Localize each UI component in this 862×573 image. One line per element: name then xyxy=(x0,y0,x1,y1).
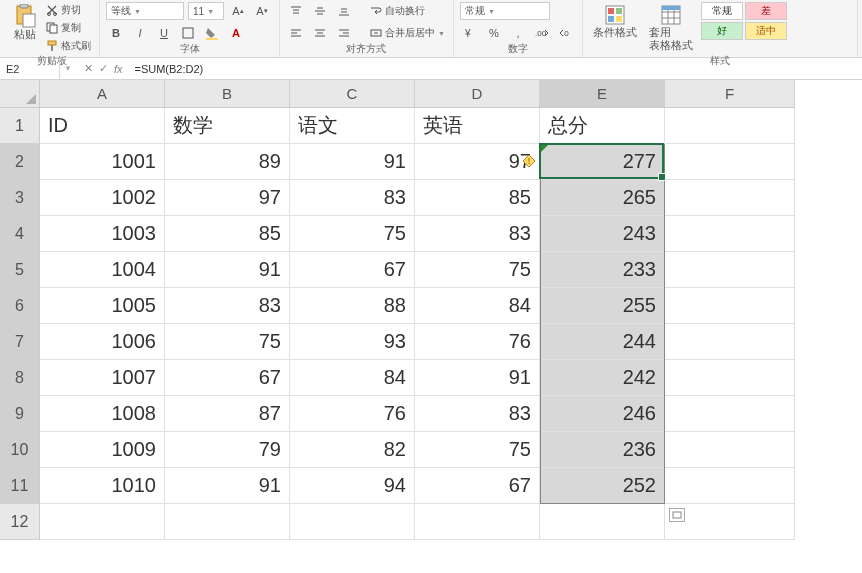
cell-E11[interactable]: 252 xyxy=(540,468,665,504)
cell-C3[interactable]: 83 xyxy=(290,180,415,216)
row-header-6[interactable]: 6 xyxy=(0,288,40,324)
cell-E10[interactable]: 236 xyxy=(540,432,665,468)
paste-button[interactable]: 粘贴 xyxy=(10,2,40,43)
cell-D12[interactable] xyxy=(415,504,540,540)
cell-B3[interactable]: 97 xyxy=(165,180,290,216)
cell-A8[interactable]: 1007 xyxy=(40,360,165,396)
cell-D10[interactable]: 75 xyxy=(415,432,540,468)
cell-B5[interactable]: 91 xyxy=(165,252,290,288)
column-header-B[interactable]: B xyxy=(165,80,290,108)
cell-style-bad[interactable]: 差 xyxy=(745,2,787,20)
cell-style-normal[interactable]: 常规 xyxy=(701,2,743,20)
cell-E8[interactable]: 242 xyxy=(540,360,665,396)
cell-B2[interactable]: 89 xyxy=(165,144,290,180)
row-header-10[interactable]: 10 xyxy=(0,432,40,468)
conditional-format-button[interactable]: 条件格式 xyxy=(589,2,641,41)
border-button[interactable] xyxy=(178,24,198,42)
cell-D5[interactable]: 75 xyxy=(415,252,540,288)
align-right-icon[interactable] xyxy=(334,24,354,42)
fx-icon[interactable]: fx xyxy=(114,63,123,75)
fill-color-button[interactable] xyxy=(202,24,222,42)
cell-F5[interactable] xyxy=(665,252,795,288)
row-header-1[interactable]: 1 xyxy=(0,108,40,144)
cell-F7[interactable] xyxy=(665,324,795,360)
cell-D1[interactable]: 英语 xyxy=(415,108,540,144)
percent-icon[interactable]: % xyxy=(484,24,504,42)
italic-button[interactable]: I xyxy=(130,24,150,42)
cell-F2[interactable] xyxy=(665,144,795,180)
row-header-12[interactable]: 12 xyxy=(0,504,40,540)
merge-center-button[interactable]: 合并后居中▼ xyxy=(368,25,447,41)
cell-F10[interactable] xyxy=(665,432,795,468)
cell-A6[interactable]: 1005 xyxy=(40,288,165,324)
name-box[interactable]: E2 xyxy=(0,58,60,79)
cell-F11[interactable] xyxy=(665,468,795,504)
cell-F3[interactable] xyxy=(665,180,795,216)
cell-A5[interactable]: 1004 xyxy=(40,252,165,288)
cell-C9[interactable]: 76 xyxy=(290,396,415,432)
increase-decimal-icon[interactable]: .00 xyxy=(532,24,552,42)
cell-D7[interactable]: 76 xyxy=(415,324,540,360)
cell-B8[interactable]: 67 xyxy=(165,360,290,396)
cell-A11[interactable]: 1010 xyxy=(40,468,165,504)
error-indicator-icon[interactable]: ! xyxy=(522,154,536,168)
align-center-icon[interactable] xyxy=(310,24,330,42)
cell-C2[interactable]: 91 xyxy=(290,144,415,180)
font-family-combo[interactable]: 等线▼ xyxy=(106,2,184,20)
cancel-formula-icon[interactable]: ✕ xyxy=(84,62,93,75)
row-header-11[interactable]: 11 xyxy=(0,468,40,504)
cell-A3[interactable]: 1002 xyxy=(40,180,165,216)
cell-style-good[interactable]: 好 xyxy=(701,22,743,40)
cell-B12[interactable] xyxy=(165,504,290,540)
cell-C11[interactable]: 94 xyxy=(290,468,415,504)
cell-E5[interactable]: 233 xyxy=(540,252,665,288)
align-top-icon[interactable] xyxy=(286,2,306,20)
format-as-table-button[interactable]: 套用 表格格式 xyxy=(645,2,697,54)
cell-A4[interactable]: 1003 xyxy=(40,216,165,252)
bold-button[interactable]: B xyxy=(106,24,126,42)
cell-A12[interactable] xyxy=(40,504,165,540)
align-middle-icon[interactable] xyxy=(310,2,330,20)
cell-E4[interactable]: 243 xyxy=(540,216,665,252)
cell-D2[interactable]: 97! xyxy=(415,144,540,180)
cell-F12[interactable] xyxy=(665,504,795,540)
decrease-font-icon[interactable]: A▾ xyxy=(252,2,272,20)
cell-D11[interactable]: 67 xyxy=(415,468,540,504)
cell-E3[interactable]: 265 xyxy=(540,180,665,216)
cell-C8[interactable]: 84 xyxy=(290,360,415,396)
font-color-button[interactable]: A xyxy=(226,24,246,42)
row-header-3[interactable]: 3 xyxy=(0,180,40,216)
cell-F8[interactable] xyxy=(665,360,795,396)
align-left-icon[interactable] xyxy=(286,24,306,42)
font-size-combo[interactable]: 11▼ xyxy=(188,2,224,20)
cut-button[interactable]: 剪切 xyxy=(44,2,93,18)
cell-F6[interactable] xyxy=(665,288,795,324)
cell-E1[interactable]: 总分 xyxy=(540,108,665,144)
cell-C10[interactable]: 82 xyxy=(290,432,415,468)
column-header-D[interactable]: D xyxy=(415,80,540,108)
cell-B4[interactable]: 85 xyxy=(165,216,290,252)
cell-C6[interactable]: 88 xyxy=(290,288,415,324)
cell-D4[interactable]: 83 xyxy=(415,216,540,252)
select-all-button[interactable] xyxy=(0,80,40,108)
cell-F1[interactable] xyxy=(665,108,795,144)
cell-C4[interactable]: 75 xyxy=(290,216,415,252)
cell-A9[interactable]: 1008 xyxy=(40,396,165,432)
cell-F9[interactable] xyxy=(665,396,795,432)
column-header-E[interactable]: E xyxy=(540,80,665,108)
cell-C7[interactable]: 93 xyxy=(290,324,415,360)
column-header-A[interactable]: A xyxy=(40,80,165,108)
decrease-decimal-icon[interactable]: .0 xyxy=(556,24,576,42)
cell-A2[interactable]: 1001 xyxy=(40,144,165,180)
format-painter-button[interactable]: 格式刷 xyxy=(44,38,93,54)
cells-area[interactable]: ID数学语文英语总分1001899197!2771002978385265100… xyxy=(40,108,862,573)
cell-E9[interactable]: 246 xyxy=(540,396,665,432)
cell-C5[interactable]: 67 xyxy=(290,252,415,288)
cell-A1[interactable]: ID xyxy=(40,108,165,144)
underline-button[interactable]: U xyxy=(154,24,174,42)
cell-B6[interactable]: 83 xyxy=(165,288,290,324)
comma-icon[interactable]: , xyxy=(508,24,528,42)
formula-input[interactable]: =SUM(B2:D2) xyxy=(130,58,862,79)
cell-A10[interactable]: 1009 xyxy=(40,432,165,468)
cell-D6[interactable]: 84 xyxy=(415,288,540,324)
